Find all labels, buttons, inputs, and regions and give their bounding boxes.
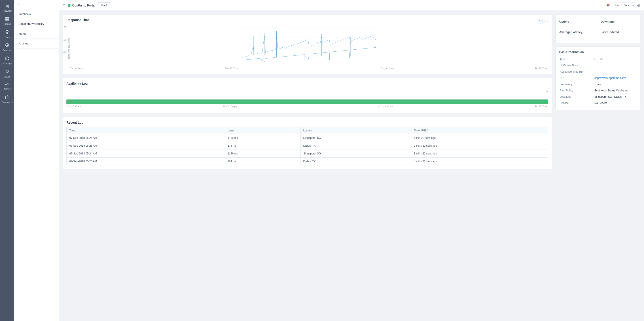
basic-info-card: Basic Information TypeHTTPSUp/Down Since… xyxy=(556,46,640,110)
chart-y-label: Response Time (ms) xyxy=(66,26,70,71)
svg-rect-18 xyxy=(322,34,322,56)
icon-sidebar: ⊞ Resources Groups Sites Services Topolo… xyxy=(0,0,14,321)
table-row: 07-Sep-2018 05:23 AM164 msDallas, TX4 mi… xyxy=(67,158,548,166)
avail-x-label-4: | Fri, 12:30 am xyxy=(534,105,548,108)
info-table-row: Up/Down Since xyxy=(560,62,636,68)
content-area: Response Time 1D ≡ Response Time (ms) 1.… xyxy=(59,11,644,321)
sidebar-item-resources[interactable]: ⊞ Resources xyxy=(0,2,14,14)
x-label-4: Fri, 12:30 am xyxy=(535,67,548,70)
gear-icon[interactable]: ⚙ xyxy=(637,3,640,8)
sidebar-item-sites[interactable]: Sites xyxy=(0,28,14,41)
info-table-row: Alert PolicySynthetics Status Monitoring xyxy=(560,88,636,94)
sidebar-item-maint[interactable]: Maint xyxy=(0,67,14,80)
activity-icon xyxy=(5,82,10,87)
topbar: ≡ OpsRamp Portal Back 📅 Last 1 Day ⚙ xyxy=(59,0,644,11)
nav-item-overview[interactable]: Overview xyxy=(14,9,59,19)
y-label-2: 1.0k xyxy=(62,39,66,41)
col-time: Time xyxy=(67,127,225,134)
last-updated-label: Last Updated xyxy=(600,30,636,34)
sites-icon xyxy=(5,30,9,35)
stat-grid: Uptime Downtime Average Latency Last Upd… xyxy=(559,18,636,39)
main-content: ≡ OpsRamp Portal Back 📅 Last 1 Day ⚙ Res… xyxy=(59,0,644,321)
response-time-title: Response Time xyxy=(66,18,90,22)
avail-header: Availbility Log xyxy=(66,82,548,88)
time-select[interactable]: Last 1 Day xyxy=(612,2,635,8)
svg-point-9 xyxy=(7,95,8,96)
brand: OpsRamp Portal xyxy=(68,4,95,7)
svg-point-6 xyxy=(6,44,8,46)
chart-header: Response Time 1D ≡ xyxy=(66,18,548,24)
nav-item-notes[interactable]: Notes xyxy=(14,29,59,39)
avail-menu-icon[interactable]: ≡ xyxy=(546,90,548,93)
chart-menu-icon[interactable]: ≡ xyxy=(546,20,548,23)
sidebar-item-sites-label: Sites xyxy=(5,36,10,38)
table-row: 07-Sep-2018 05:25 AM174 msDallas, TX2 mi… xyxy=(67,142,548,150)
resources-icon: ⊞ xyxy=(6,4,9,9)
chart-period-button[interactable]: 1D xyxy=(537,19,544,24)
containers-icon xyxy=(5,95,10,100)
avg-latency-label: Average Latency xyxy=(559,30,595,34)
recent-log-table: Time Value Location Time (REL.) 07-Sep-2… xyxy=(66,127,548,166)
sidebar-item-resources-label: Resources xyxy=(2,10,12,12)
calendar-icon: 📅 xyxy=(606,4,610,7)
avail-x-labels: | Thu, 6:30 am | Thu, 12:30 pm | Thu, 6:… xyxy=(66,104,548,108)
col-rel-time: Time (REL.) xyxy=(411,127,548,134)
topology-icon xyxy=(5,56,10,62)
svg-rect-22 xyxy=(330,53,330,60)
svg-rect-8 xyxy=(5,96,9,99)
url-link[interactable]: https://www.opsramp.com/ xyxy=(594,76,626,80)
x-label-3: Thu, 6:30 pm xyxy=(380,67,394,70)
x-label-1: Thu, 6:30 am xyxy=(70,67,84,70)
sidebar-item-groups[interactable]: Groups xyxy=(0,14,14,28)
nav-item-location-availability[interactable]: Location Availability xyxy=(14,19,59,29)
chart-x-labels: Thu, 6:30 am Thu, 12:30 pm Thu, 6:30 pm … xyxy=(70,66,548,71)
svg-rect-20 xyxy=(264,55,264,63)
x-label-2: Thu, 12:30 pm xyxy=(225,67,239,70)
nav-sidebar-back[interactable]: ‹ xyxy=(14,0,59,9)
right-panel: Uptime Downtime Average Latency Last Upd… xyxy=(556,14,640,318)
availability-log-card: Availbility Log ≡ | Thu, 6:30 am | Thu, … xyxy=(62,78,552,113)
chevron-left-icon: ‹ xyxy=(18,3,19,6)
table-header-row: Time Value Location Time (REL.) xyxy=(67,127,548,134)
svg-rect-16 xyxy=(264,33,264,55)
services-icon xyxy=(5,43,10,48)
brand-dot xyxy=(68,4,70,7)
sidebar-item-services[interactable]: Services xyxy=(0,41,14,54)
brand-name: OpsRamp Portal xyxy=(72,4,95,7)
center-panel: Response Time 1D ≡ Response Time (ms) 1.… xyxy=(62,14,552,318)
avail-title: Availbility Log xyxy=(66,82,88,86)
table-row: 07-Sep-2018 05:26 AM1119 msSingapore, SG… xyxy=(67,134,548,142)
downtime-label: Downtime xyxy=(600,20,636,23)
svg-point-7 xyxy=(6,70,6,71)
recent-log-card: Recent Log Time Value Location Time (REL… xyxy=(62,117,552,169)
response-time-card: Response Time 1D ≡ Response Time (ms) 1.… xyxy=(62,14,552,74)
svg-rect-23 xyxy=(350,52,350,58)
basic-info-title: Basic Information xyxy=(559,50,636,54)
info-table-row: Frequency1 min xyxy=(560,81,636,87)
avail-x-label-1: | Thu, 6:30 am xyxy=(66,105,81,108)
info-table-row: ServiceNo Service xyxy=(560,100,636,106)
info-table-row: TypeHTTPS xyxy=(560,56,636,62)
avail-x-label-3: | Thu, 6:30 pm xyxy=(378,105,393,108)
table-row: 07-Sep-2018 05:24 AM1146 msSingapore, SG… xyxy=(67,150,548,158)
maint-icon xyxy=(5,69,10,75)
menu-icon[interactable]: ≡ xyxy=(62,3,65,8)
sidebar-item-maint-label: Maint xyxy=(4,76,10,78)
sidebar-item-topology[interactable]: Topology xyxy=(0,54,14,67)
availability-bar xyxy=(66,100,548,104)
sidebar-item-activity-label: Activity xyxy=(4,88,11,90)
back-button[interactable]: Back xyxy=(98,2,111,8)
stats-card: Uptime Downtime Average Latency Last Upd… xyxy=(556,14,640,43)
nav-sidebar: ‹ Overview Location Availability Notes A… xyxy=(14,0,59,321)
nav-item-articles[interactable]: Articles xyxy=(14,39,59,48)
svg-rect-15 xyxy=(253,36,254,55)
svg-rect-2 xyxy=(5,19,7,20)
sidebar-item-containers[interactable]: Containers xyxy=(0,92,14,106)
avail-bar-container: | Thu, 6:30 am | Thu, 12:30 pm | Thu, 6:… xyxy=(66,95,548,110)
y-label-1: 1.5k xyxy=(62,26,66,28)
sidebar-item-activity[interactable]: Activity xyxy=(0,80,14,92)
svg-rect-0 xyxy=(5,17,7,18)
info-table-row: Response Time (RT) xyxy=(560,69,636,75)
groups-icon xyxy=(5,16,10,22)
svg-point-4 xyxy=(6,30,8,33)
